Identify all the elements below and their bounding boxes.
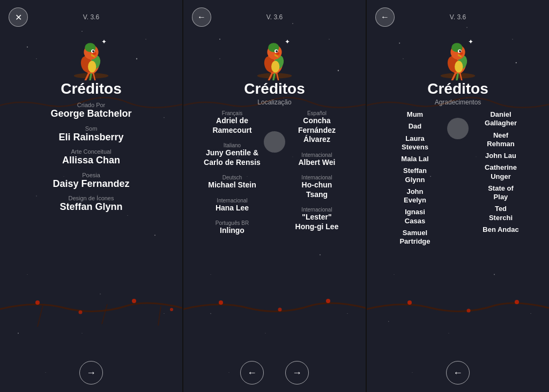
- loc-espanol-name: ConchaFernándezÁlvarez: [298, 116, 336, 145]
- svg-point-46: [276, 50, 278, 52]
- close-button[interactable]: ✕: [9, 7, 28, 27]
- loc-deutsch-name: Michael Stein: [208, 180, 256, 190]
- screen-1-header: ✕ V. 3.6: [0, 0, 182, 30]
- thanks-ignasi: IgnasiCasas: [405, 208, 425, 225]
- thanks-samuel: SamuelPartridge: [399, 229, 430, 246]
- credit-created-by-name: George Batchelor: [50, 108, 131, 120]
- screen-2-title: Créditos: [244, 80, 305, 97]
- svg-point-48: [276, 52, 280, 55]
- thanks-state-of-play: State ofPlay: [488, 184, 514, 202]
- svg-point-68: [459, 50, 461, 52]
- screens-container: ✕ V. 3.6 ✦: [0, 0, 549, 392]
- localization-right-col: Español ConchaFernándezÁlvarez Internaci…: [274, 110, 359, 243]
- next-button-1[interactable]: →: [79, 361, 103, 385]
- loc-francais-label: Français: [212, 110, 251, 116]
- version-label: V. 3.6: [83, 13, 99, 21]
- thanks-left-col: Mum Dad LauraStevens Mala Lal SteffanGly…: [373, 110, 457, 246]
- loc-deutsch-label: Deutsch: [208, 175, 256, 180]
- screen-3-header: ← V. 3.6: [367, 0, 549, 30]
- loc-deutsch: Deutsch Michael Stein: [208, 175, 256, 190]
- credit-art-name: Allissa Chan: [62, 155, 120, 167]
- loc-italiano-name: Juny Gentile &Carlo de Rensis: [204, 148, 261, 167]
- svg-point-47: [277, 50, 277, 51]
- thanks-john-e: JohnEvelyn: [404, 187, 426, 205]
- screen-2-bottom-nav: ← →: [183, 356, 366, 392]
- credit-sound-name: Eli Rainsberry: [58, 132, 123, 144]
- loc-internacional-4-label: Internacional: [295, 207, 339, 213]
- loc-internacional-2: Internacional Albert Wei: [299, 152, 336, 168]
- parrot-image-3: ✦: [367, 32, 549, 80]
- svg-point-69: [460, 50, 461, 51]
- svg-point-64: [455, 61, 463, 72]
- thanks-columns: Mum Dad LauraStevens Mala Lal SteffanGly…: [373, 110, 543, 246]
- svg-point-42: [271, 61, 279, 72]
- loc-italiano: Italiano Juny Gentile &Carlo de Rensis: [204, 142, 261, 167]
- credit-sound-label: Som: [58, 125, 123, 132]
- loc-internacional-4-name: "Lester"Hong-gi Lee: [295, 213, 339, 231]
- svg-text:✦: ✦: [285, 38, 290, 46]
- thanks-dad: Dad: [409, 122, 422, 131]
- loc-italiano-label: Italiano: [204, 142, 261, 148]
- credit-icons-label: Design de Ícones: [60, 195, 122, 201]
- loc-internacional-1-name: Hana Lee: [216, 203, 249, 213]
- credit-sound: Som Eli Rainsberry: [58, 125, 123, 144]
- screen-3-bottom-nav: ←: [367, 356, 549, 392]
- loc-portugues-name: Inlingo: [216, 226, 249, 236]
- credit-icons-name: Steffan Glynn: [60, 201, 122, 213]
- loc-internacional-2-label: Internacional: [299, 152, 336, 158]
- parrot-image-1: ✦: [0, 32, 182, 80]
- loc-espanol-label: Español: [298, 110, 336, 116]
- loc-portugues: Português BR Inlingo: [216, 220, 249, 236]
- screen-3-title: Créditos: [427, 80, 488, 97]
- localization-left-col: Français Adriel deRamecourt Italiano Jun…: [190, 110, 274, 243]
- thanks-steffan: SteffanGlynn: [403, 167, 427, 184]
- thanks-neef: NeefRehman: [487, 131, 514, 149]
- loc-francais: Français Adriel deRamecourt: [212, 110, 251, 135]
- screen-2-header: ← V. 3.6: [183, 0, 366, 30]
- screen-3: ← V. 3.6 ✦: [367, 0, 549, 392]
- credit-poetry: Poesia Daisy Fernandez: [53, 172, 129, 190]
- svg-text:✦: ✦: [101, 38, 107, 46]
- svg-point-24: [92, 50, 94, 52]
- thanks-daniel: DanielGallagher: [485, 110, 517, 128]
- loc-portugues-label: Português BR: [216, 220, 249, 226]
- credit-art: Arte Conceitual Allissa Chan: [62, 148, 120, 167]
- screen-1-bottom-nav: →: [0, 356, 182, 392]
- parrot-image-2: ✦: [183, 32, 366, 80]
- thanks-right-col: DanielGallagher NeefRehman John Lau Cath…: [459, 110, 543, 246]
- version-label-2: V. 3.6: [266, 13, 283, 21]
- screen-3-content: Mum Dad LauraStevens Mala Lal SteffanGly…: [367, 110, 549, 356]
- back-button-2[interactable]: ←: [192, 7, 211, 27]
- credit-art-label: Arte Conceitual: [62, 148, 120, 155]
- thanks-mala: Mala Lal: [401, 155, 428, 163]
- credit-icons: Design de Ícones Steffan Glynn: [60, 195, 122, 213]
- thanks-mum: Mum: [407, 110, 423, 119]
- thanks-ben: Ben Andac: [483, 225, 518, 234]
- svg-text:✦: ✦: [468, 38, 473, 46]
- screen-1-content: Criado Por George Batchelor Som Eli Rain…: [0, 97, 182, 356]
- next-button-2[interactable]: →: [285, 361, 309, 385]
- screen-2-subtitle: Localização: [257, 99, 291, 106]
- prev-button-3[interactable]: ←: [446, 361, 470, 385]
- back-button-3[interactable]: ←: [375, 7, 395, 27]
- thanks-ted: TedSterchi: [489, 205, 513, 222]
- loc-internacional-3-name: Ho-chunTsang: [301, 180, 332, 199]
- svg-point-20: [88, 61, 96, 72]
- loc-internacional-2-name: Albert Wei: [299, 158, 336, 168]
- screen-1: ✕ V. 3.6 ✦: [0, 0, 183, 392]
- thanks-john-l: John Lau: [485, 152, 516, 160]
- loc-internacional-1-label: Internacional: [216, 198, 249, 203]
- credit-created-by: Criado Por George Batchelor: [50, 102, 131, 120]
- thanks-catherine: CatherineUnger: [485, 163, 517, 181]
- loc-internacional-1: Internacional Hana Lee: [216, 198, 249, 213]
- prev-button-2[interactable]: ←: [240, 361, 264, 385]
- loc-internacional-4: Internacional "Lester"Hong-gi Lee: [295, 207, 339, 231]
- thanks-laura: LauraStevens: [402, 134, 428, 152]
- localization-columns: Français Adriel deRamecourt Italiano Jun…: [190, 110, 359, 243]
- credit-created-by-label: Criado Por: [50, 102, 131, 108]
- credit-poetry-label: Poesia: [53, 172, 129, 178]
- screen-1-title: Créditos: [61, 80, 122, 97]
- screen-3-subtitle: Agradecimentos: [435, 99, 481, 106]
- screen-2: ← V. 3.6 ✦: [183, 0, 367, 392]
- svg-point-70: [459, 52, 463, 55]
